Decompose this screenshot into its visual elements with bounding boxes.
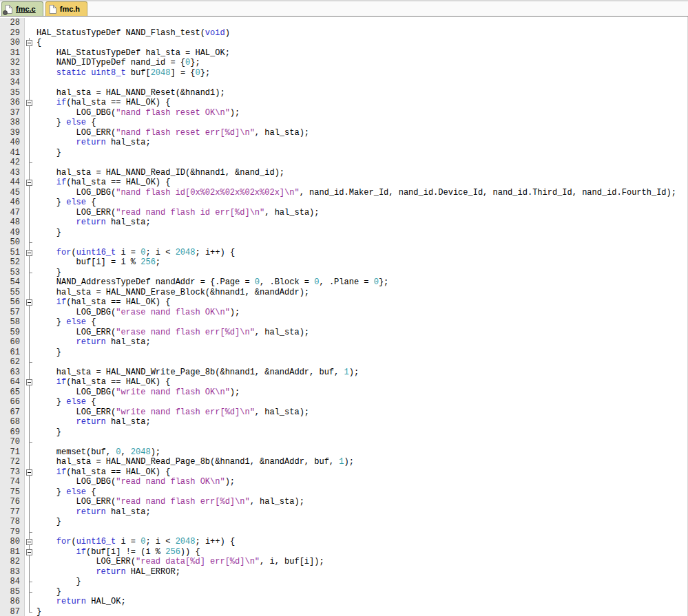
code-line[interactable] <box>34 527 37 538</box>
line-row: 74 LOG_DBG("read nand flash OK\n"); <box>0 477 687 487</box>
code-line[interactable]: buf[i] = i % 256; <box>34 257 160 268</box>
code-line[interactable]: LOG_ERR("read nand flash err[%d]\n", hal… <box>34 497 304 507</box>
code-line[interactable]: if(hal_sta == HAL_OK) { <box>34 467 170 478</box>
code-line[interactable]: return HAL_ERROR; <box>34 567 180 577</box>
fold-margin <box>25 28 34 39</box>
code-line[interactable]: } <box>34 427 61 438</box>
code-line[interactable]: } else { <box>34 118 96 128</box>
fold-toggle-icon[interactable] <box>25 547 34 557</box>
code-line[interactable]: } <box>34 148 61 158</box>
code-line[interactable]: hal_sta = HAL_NAND_Read_ID(&hnand1, &nan… <box>34 168 284 178</box>
fold-toggle-icon[interactable] <box>25 98 34 108</box>
code-line[interactable]: LOG_ERR("erase nand flash err[%d]\n", ha… <box>34 328 309 338</box>
code-line[interactable]: { <box>34 38 41 48</box>
code-line[interactable]: hal_sta = HAL_NAND_Write_Page_8b(&hnand1… <box>34 368 359 378</box>
code-line[interactable] <box>34 18 37 28</box>
code-line[interactable] <box>34 357 37 368</box>
fold-margin <box>25 497 34 507</box>
code-line[interactable]: } <box>34 348 61 358</box>
line-row: 67 LOG_ERR("write nand flash err[%d]\n",… <box>0 407 687 418</box>
code-line[interactable]: memset(buf, 0, 2048); <box>34 447 160 458</box>
line-row: 39 LOG_ERR("nand flash reset err[%d]\n",… <box>0 128 687 138</box>
code-line[interactable]: LOG_ERR("write nand flash err[%d]\n", ha… <box>34 407 309 418</box>
line-number: 37 <box>0 108 25 118</box>
fold-margin <box>25 507 34 518</box>
code-line[interactable]: hal_sta = HAL_NAND_Reset(&hnand1); <box>34 88 225 98</box>
code-line[interactable]: LOG_DBG("write nand flash OK\n"); <box>34 387 240 398</box>
code-line[interactable] <box>34 78 37 88</box>
line-row: 79 <box>0 527 687 538</box>
fold-toggle-icon[interactable] <box>25 537 34 547</box>
code-line[interactable] <box>34 237 37 248</box>
code-line[interactable]: if(hal_sta == HAL_OK) { <box>34 98 170 108</box>
code-line[interactable]: LOG_ERR("read nand flash id err[%d]\n", … <box>34 208 319 218</box>
line-row: 56 if(hal_sta == HAL_OK) { <box>0 297 687 308</box>
code-line[interactable]: if(hal_sta == HAL_OK) { <box>34 377 170 387</box>
line-number: 84 <box>0 577 25 587</box>
code-line[interactable]: } else { <box>34 317 96 328</box>
fold-margin <box>25 237 34 248</box>
fold-toggle-icon[interactable] <box>25 467 34 478</box>
code-line[interactable]: LOG_DBG("erase nand flash OK\n"); <box>34 308 240 318</box>
line-row: 87} <box>0 607 687 616</box>
code-line[interactable]: return hal_sta; <box>34 337 151 348</box>
code-line[interactable]: return hal_sta; <box>34 138 151 148</box>
code-line[interactable]: } else { <box>34 397 96 407</box>
tab-fmc-c[interactable]: fmc.c <box>1 1 43 16</box>
code-line[interactable]: } <box>34 517 61 527</box>
code-line[interactable]: } else { <box>34 198 96 208</box>
fold-toggle-icon[interactable] <box>25 178 34 188</box>
code-line[interactable]: } <box>34 577 81 587</box>
code-line[interactable]: HAL_StatusTypeDef hal_sta = HAL_OK; <box>34 48 230 59</box>
code-line[interactable]: static uint8_t buf[2048] = {0}; <box>34 68 210 78</box>
code-line[interactable]: } <box>34 607 41 616</box>
tab-fmc-h[interactable]: fmc.h <box>45 1 87 16</box>
code-line[interactable] <box>34 158 37 168</box>
line-row: 49 } <box>0 228 687 238</box>
code-line[interactable]: LOG_ERR("read data[%d] err[%d]\n", i, bu… <box>34 557 324 567</box>
code-line[interactable]: hal_sta = HAL_NAND_Erase_Block(&hnand1, … <box>34 288 309 298</box>
line-number: 86 <box>0 597 25 607</box>
code-line[interactable]: return hal_sta; <box>34 217 151 228</box>
code-line[interactable]: return hal_sta; <box>34 507 151 518</box>
code-line[interactable]: for(uint16_t i = 0; i < 2048; i++) { <box>34 248 235 258</box>
line-number: 41 <box>0 148 25 158</box>
line-row: 60 return hal_sta; <box>0 337 687 348</box>
code-line[interactable]: return HAL_OK; <box>34 597 126 607</box>
code-line[interactable] <box>34 437 37 447</box>
fold-toggle-icon[interactable] <box>25 248 34 258</box>
fold-margin <box>25 308 34 318</box>
code-line[interactable]: hal_sta = HAL_NAND_Read_Page_8b(&hnand1,… <box>34 457 354 467</box>
code-line[interactable]: HAL_StatusTypeDef NAND_Flash_test(void) <box>34 28 230 39</box>
line-row: 53 } <box>0 268 687 278</box>
code-line[interactable]: } <box>34 587 61 597</box>
code-line[interactable]: return hal_sta; <box>34 417 151 427</box>
code-line[interactable]: } <box>34 228 61 238</box>
code-line[interactable]: for(uint16_t i = 0; i < 2048; i++) { <box>34 537 235 547</box>
line-number: 30 <box>0 38 25 48</box>
code-line[interactable]: NAND_AddressTypeDef nandAddr = {.Page = … <box>34 277 388 288</box>
code-line[interactable]: LOG_DBG("read nand flash OK\n"); <box>34 477 235 487</box>
code-line[interactable]: if(hal_sta == HAL_OK) { <box>34 178 170 188</box>
code-line[interactable]: } else { <box>34 487 96 498</box>
line-row: 72 hal_sta = HAL_NAND_Read_Page_8b(&hnan… <box>0 457 687 467</box>
line-row: 50 <box>0 237 687 248</box>
code-line[interactable]: LOG_DBG("nand flash reset OK\n"); <box>34 108 240 118</box>
fold-toggle-icon[interactable] <box>25 38 34 48</box>
fold-margin <box>25 397 34 407</box>
code-line[interactable]: } <box>34 268 61 278</box>
line-row: 61 } <box>0 348 687 358</box>
line-row: 66 } else { <box>0 397 687 407</box>
code-line[interactable]: if(buf[i] != (i % 256)) { <box>34 547 200 557</box>
code-line[interactable]: if(hal_sta == HAL_OK) { <box>34 297 170 308</box>
line-number: 42 <box>0 158 25 168</box>
code-line[interactable]: NAND_IDTypeDef nand_id = {0}; <box>34 58 200 68</box>
fold-toggle-icon[interactable] <box>25 297 34 308</box>
fold-margin <box>25 118 34 128</box>
fold-margin <box>25 387 34 398</box>
fold-toggle-icon[interactable] <box>25 377 34 387</box>
code-line[interactable]: LOG_ERR("nand flash reset err[%d]\n", ha… <box>34 128 309 138</box>
line-number: 70 <box>0 437 25 447</box>
line-number: 72 <box>0 457 25 467</box>
code-line[interactable]: LOG_DBG("nand flash id[0x%02x%02x%02x%02… <box>34 188 676 198</box>
